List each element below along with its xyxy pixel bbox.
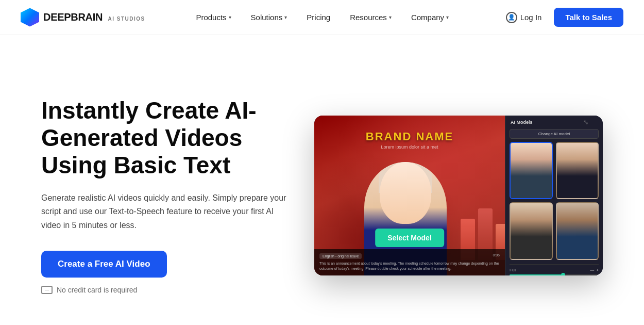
create-free-video-button[interactable]: Create a Free AI Video <box>41 251 167 278</box>
change-ai-model-button[interactable]: Change AI model <box>510 129 599 139</box>
hero-title: Instantly Create AI-Generated Videos Usi… <box>41 97 309 179</box>
credit-card-icon <box>41 286 53 294</box>
nav-company[interactable]: Company ▾ <box>403 9 457 26</box>
video-text-preview: This is an announcement about today's me… <box>319 261 500 271</box>
avatar-option-4[interactable] <box>556 202 599 259</box>
chevron-down-icon: ▾ <box>446 14 449 20</box>
ai-models-panel: AI Models Change AI model <box>505 116 603 275</box>
language-badge: English - original leave <box>319 253 362 259</box>
avatar-option-2[interactable] <box>556 142 599 199</box>
chevron-down-icon: ▾ <box>284 14 287 20</box>
avatar-option-3[interactable] <box>510 202 553 259</box>
brand-sub-text: Lorem ipsum dolor sit a met <box>381 144 438 150</box>
nav-resources[interactable]: Resources ▾ <box>342 9 400 26</box>
product-demo-preview: BRAND NAME Lorem ipsum dolor sit a met <box>314 116 603 275</box>
scale-label: Full <box>510 268 516 272</box>
logo[interactable]: DEEPBRAIN AI STUDIOS <box>21 8 145 27</box>
scale-slider-thumb[interactable] <box>561 273 565 275</box>
video-preview-area: BRAND NAME Lorem ipsum dolor sit a met <box>314 116 505 275</box>
logo-brand: DEEPBRAIN <box>43 11 103 23</box>
chevron-down-icon: ▾ <box>389 14 392 20</box>
time-badge: 0:06 <box>493 253 500 259</box>
nav-actions: 👤 Log In Talk to Sales <box>500 8 623 27</box>
nav-pricing[interactable]: Pricing <box>298 9 338 26</box>
no-credit-card-notice: No credit card is required <box>41 286 309 294</box>
nav-products[interactable]: Products ▾ <box>188 9 239 26</box>
video-text-bar: English - original leave 0:06 This is an… <box>314 249 505 275</box>
avatar-grid <box>510 142 599 260</box>
hero-description: Generate realistic AI videos quickly and… <box>41 191 289 232</box>
hero-section: Instantly Create AI-Generated Videos Usi… <box>0 35 644 325</box>
talk-to-sales-button[interactable]: Talk to Sales <box>554 8 623 27</box>
nav-links: Products ▾ Solutions ▾ Pricing Resources… <box>188 9 457 26</box>
logo-sub: AI STUDIOS <box>108 16 145 22</box>
user-icon: 👤 <box>506 12 517 23</box>
nav-solutions[interactable]: Solutions ▾ <box>243 9 296 26</box>
chevron-down-icon: ▾ <box>229 14 231 20</box>
scale-row: Full — + <box>510 268 599 272</box>
avatar-option-1[interactable] <box>510 142 553 199</box>
avatar-head <box>380 162 431 224</box>
logo-icon <box>21 8 39 27</box>
hero-content: Instantly Create AI-Generated Videos Usi… <box>41 97 309 294</box>
login-button[interactable]: 👤 Log In <box>500 8 548 27</box>
hero-image: BRAND NAME Lorem ipsum dolor sit a met <box>314 116 603 275</box>
panel-divider <box>510 264 599 265</box>
scale-slider[interactable] <box>510 274 599 275</box>
brand-name-text: BRAND NAME <box>366 130 453 143</box>
minimize-button[interactable]: ⤡ <box>583 119 588 126</box>
navbar: DEEPBRAIN AI STUDIOS Products ▾ Solution… <box>0 0 644 35</box>
select-model-button[interactable]: Select Model <box>375 229 444 247</box>
